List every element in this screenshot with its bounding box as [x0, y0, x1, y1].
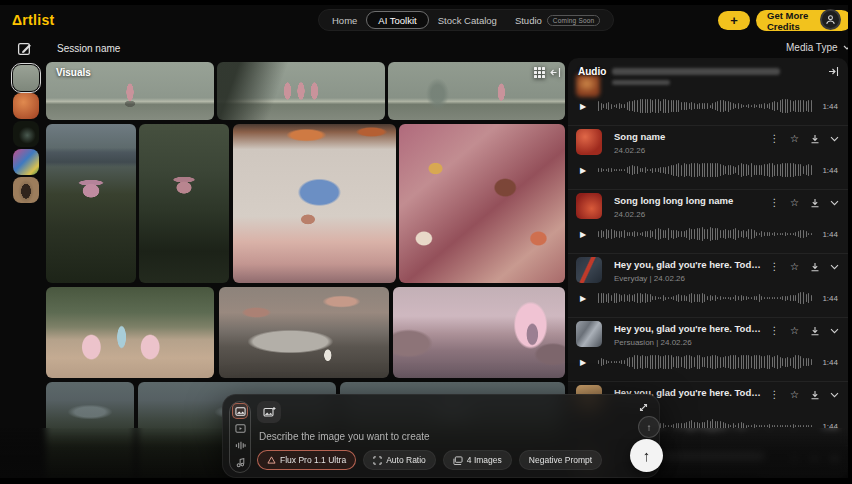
blurred-song-subtitle	[612, 80, 670, 85]
song-title: Song name	[614, 129, 761, 142]
duration-label: 1:44	[822, 102, 838, 111]
scroll-to-latest-button[interactable]: ↑	[638, 416, 660, 438]
star-icon[interactable]: ☆	[789, 261, 800, 272]
album-art	[576, 321, 602, 347]
session-thumbnail-3[interactable]	[13, 121, 39, 147]
visual-tile[interactable]	[46, 287, 214, 378]
visual-tile[interactable]	[139, 124, 229, 283]
chevron-down-icon[interactable]	[829, 389, 840, 400]
kebab-menu-icon[interactable]: ⋮	[769, 261, 780, 272]
grid-view-icon[interactable]	[534, 67, 545, 78]
duration-label: 1:44	[822, 166, 838, 175]
person-icon	[825, 14, 836, 25]
media-type-dropdown[interactable]: Media Type	[786, 42, 851, 53]
collapse-panel-icon[interactable]	[550, 67, 561, 78]
visual-tile[interactable]	[217, 62, 385, 120]
image-count-pill[interactable]: 4 Images	[443, 450, 512, 470]
download-icon[interactable]	[809, 197, 820, 208]
audio-list-item[interactable]: Song long long long name 24.02.26 ⋮ ☆ ▶ …	[568, 190, 848, 254]
waveform[interactable]	[598, 353, 814, 371]
images-icon	[453, 456, 463, 465]
nav-studio-label: Studio	[515, 15, 542, 26]
play-icon[interactable]: ▶	[580, 230, 590, 239]
nav-ai-toolkit[interactable]: AI Toolkit	[366, 11, 428, 29]
app-window: Δrtlist Home AI Toolkit Stock Catalog St…	[0, 0, 852, 484]
aspect-ratio-icon	[373, 456, 382, 465]
model-selector-pill[interactable]: Flux Pro 1.1 Ultra	[257, 450, 356, 470]
media-type-label: Media Type	[786, 42, 838, 53]
collapse-panel-icon[interactable]	[828, 66, 839, 77]
account-avatar[interactable]	[820, 9, 841, 30]
visual-tile[interactable]	[219, 287, 389, 378]
prompt-options: Flux Pro 1.1 Ultra Auto Ratio 4 Images N…	[257, 450, 602, 470]
prompt-input[interactable]	[259, 428, 559, 444]
nav-home[interactable]: Home	[323, 11, 366, 29]
audio-list-item[interactable]: Hey you, glad you're here. Today's got s…	[568, 254, 848, 318]
audio-list-item[interactable]: Song name 24.02.26 ⋮ ☆ ▶ 1:44	[568, 126, 848, 190]
download-icon[interactable]	[809, 133, 820, 144]
download-icon[interactable]	[809, 261, 820, 272]
star-icon[interactable]: ☆	[789, 389, 800, 400]
album-art	[576, 193, 602, 219]
image-count-label: 4 Images	[467, 455, 502, 465]
audio-title: Audio	[578, 66, 606, 77]
visual-tile[interactable]	[399, 124, 565, 283]
video-mode-icon[interactable]	[232, 420, 248, 436]
chevron-down-icon[interactable]	[829, 197, 840, 208]
waveform[interactable]	[598, 161, 814, 179]
audio-mode-icon[interactable]	[232, 438, 248, 454]
duration-label: 1:44	[822, 358, 838, 367]
waveform[interactable]	[598, 289, 814, 307]
star-icon[interactable]: ☆	[789, 325, 800, 336]
kebab-menu-icon[interactable]: ⋮	[769, 389, 780, 400]
waveform[interactable]	[598, 225, 814, 243]
model-pill-label: Flux Pro 1.1 Ultra	[280, 455, 346, 465]
kebab-menu-icon[interactable]: ⋮	[769, 325, 780, 336]
send-prompt-button[interactable]: ↑	[630, 439, 663, 472]
song-date: 24.02.26	[614, 210, 761, 219]
kebab-menu-icon[interactable]: ⋮	[769, 133, 780, 144]
star-icon[interactable]: ☆	[789, 197, 800, 208]
session-thumbnail-1[interactable]	[13, 65, 39, 91]
chevron-down-icon[interactable]	[829, 261, 840, 272]
aspect-ratio-pill[interactable]: Auto Ratio	[363, 450, 436, 470]
media-mode-rail	[229, 401, 251, 473]
window-edge	[848, 0, 852, 484]
blurred-song-title	[612, 68, 780, 75]
nav-studio[interactable]: StudioComing Soon	[506, 11, 610, 29]
chevron-down-icon[interactable]	[829, 325, 840, 336]
add-image-button[interactable]	[257, 401, 281, 423]
visual-tile[interactable]	[393, 287, 565, 378]
music-mode-icon[interactable]	[232, 455, 248, 471]
duration-label: 1:44	[822, 294, 838, 303]
star-icon[interactable]: ☆	[789, 133, 800, 144]
download-icon[interactable]	[809, 389, 820, 400]
session-name: Session name	[57, 43, 120, 54]
negative-prompt-label: Negative Prompt	[529, 455, 592, 465]
window-edge	[0, 0, 852, 5]
play-icon[interactable]: ▶	[580, 294, 590, 303]
chevron-down-icon[interactable]	[829, 133, 840, 144]
negative-prompt-pill[interactable]: Negative Prompt	[519, 450, 602, 470]
play-icon[interactable]: ▶	[580, 102, 590, 111]
audio-list-item[interactable]: ▶ 1:44	[568, 62, 848, 126]
coming-soon-badge: Coming Soon	[547, 15, 601, 26]
audio-list-item[interactable]: Hey you, glad you're here. Today's got s…	[568, 318, 848, 382]
new-session-button[interactable]: +	[718, 11, 750, 30]
duration-label: 1:44	[822, 230, 838, 239]
expand-composer-icon[interactable]	[638, 402, 649, 413]
visual-tile[interactable]	[233, 124, 396, 283]
play-icon[interactable]: ▶	[580, 358, 590, 367]
edit-session-icon[interactable]	[17, 41, 33, 57]
play-icon[interactable]: ▶	[580, 166, 590, 175]
kebab-menu-icon[interactable]: ⋮	[769, 197, 780, 208]
download-icon[interactable]	[809, 325, 820, 336]
session-thumbnail-2[interactable]	[13, 93, 39, 119]
image-mode-icon[interactable]	[232, 403, 248, 419]
nav-stock-catalog[interactable]: Stock Catalog	[429, 11, 506, 29]
visual-tile[interactable]	[46, 124, 136, 283]
waveform[interactable]	[598, 97, 814, 115]
song-date: Everyday | 24.02.26	[614, 274, 761, 283]
session-thumbnail-4[interactable]	[13, 149, 39, 175]
session-thumbnail-5[interactable]	[13, 177, 39, 203]
